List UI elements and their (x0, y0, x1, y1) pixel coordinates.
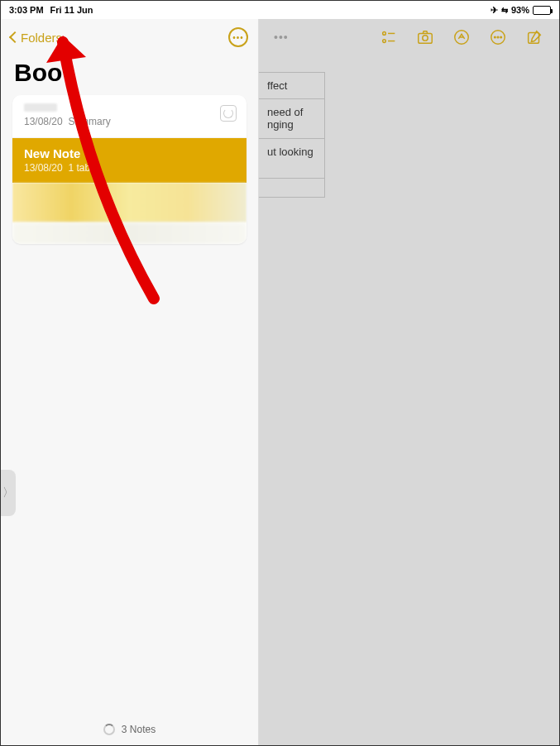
note-table[interactable]: ffect need of nging ut looking (259, 72, 325, 198)
note-date: 13/08/20 (24, 116, 63, 127)
compose-icon[interactable] (524, 27, 544, 47)
checklist-icon[interactable] (379, 27, 399, 47)
svg-point-0 (383, 32, 386, 36)
battery-pct: 93% (511, 5, 529, 15)
more-icon[interactable] (488, 27, 508, 47)
wifi-icon: ⇆ (501, 6, 508, 15)
multitask-grip[interactable]: 〉 (1, 470, 16, 516)
back-label: Folders (21, 31, 62, 45)
table-cell[interactable]: ffect (259, 73, 324, 99)
drag-handle-icon[interactable]: ••• (274, 31, 289, 44)
back-folders-button[interactable]: Folders (11, 31, 62, 45)
notes-sidebar: Folders ••• Boo 13/08/20 Summary New Not… (1, 19, 259, 746)
more-options-button[interactable]: ••• (228, 27, 248, 47)
sync-icon (220, 105, 237, 122)
chevron-left-icon (9, 31, 21, 43)
note-detail-pane: ••• ffect need of nging ut looking (259, 19, 559, 746)
table-cell[interactable]: need of nging (259, 99, 324, 139)
status-time: 3:03 PM (9, 5, 44, 15)
table-cell[interactable]: ut looking (259, 139, 324, 179)
status-bar: 3:03 PM Fri 11 Jun ✈ ⇆ 93% (1, 1, 559, 19)
status-date: Fri 11 Jun (50, 5, 93, 15)
airplane-icon: ✈ (491, 5, 498, 16)
note-date: 13/08/20 (24, 162, 63, 174)
folder-title: Boo (1, 55, 258, 95)
battery-icon (533, 6, 551, 15)
svg-point-8 (495, 36, 496, 38)
redacted-title (24, 103, 57, 112)
note-title: New Note (24, 146, 235, 160)
redacted-note (12, 183, 246, 222)
table-cell[interactable] (259, 179, 324, 197)
note-summary: Summary (68, 116, 110, 127)
note-summary: 1 table (68, 162, 98, 174)
markup-icon[interactable] (452, 27, 471, 47)
notes-count: 3 Notes (122, 724, 156, 735)
svg-point-9 (497, 36, 499, 38)
svg-point-5 (423, 36, 428, 41)
note-item-selected[interactable]: New Note 13/08/20 1 table (12, 138, 246, 183)
redacted-note (12, 222, 246, 244)
loading-spinner-icon (103, 724, 115, 735)
svg-point-2 (383, 40, 386, 43)
svg-point-10 (500, 36, 502, 38)
camera-icon[interactable] (415, 27, 435, 47)
note-item[interactable]: 13/08/20 Summary (12, 95, 246, 138)
